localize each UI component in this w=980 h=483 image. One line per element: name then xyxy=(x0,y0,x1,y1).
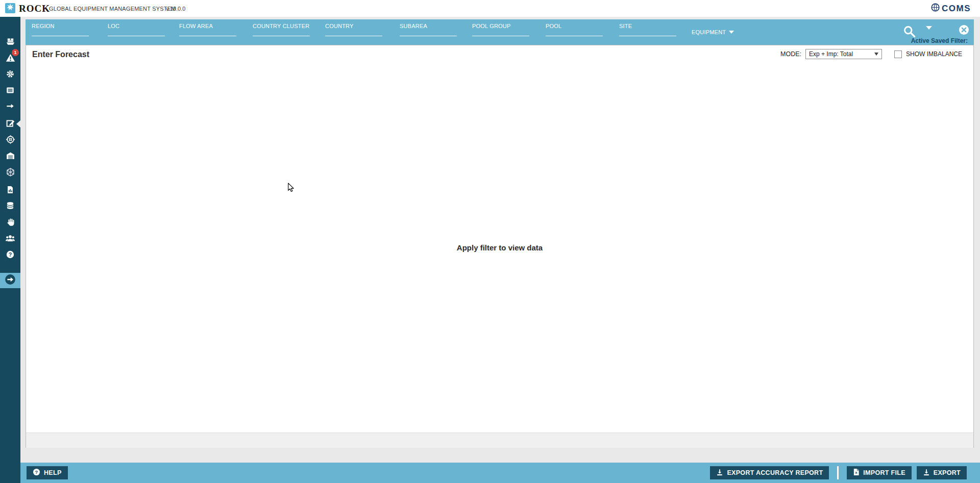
sidebar: 1 ? xyxy=(0,17,20,483)
filter-col-country-cluster: COUNTRY CLUSTER xyxy=(253,19,310,45)
main-panel: Enter Forecast MODE: Exp + Imp: Total SH… xyxy=(26,45,974,448)
filter-col-loc: LOC xyxy=(108,19,165,45)
svg-text:?: ? xyxy=(35,470,38,475)
filter-input-site[interactable] xyxy=(619,27,676,36)
filter-bar: REGION LOC FLOW AREA COUNTRY CLUSTER COU… xyxy=(26,19,974,45)
filter-input-country-cluster[interactable] xyxy=(253,27,310,36)
sidebar-expand-button[interactable] xyxy=(0,273,20,288)
users-icon xyxy=(5,233,15,245)
panel-header: Enter Forecast MODE: Exp + Imp: Total SH… xyxy=(26,45,973,63)
arrow-right-icon xyxy=(6,101,15,113)
filter-col-flow-area: FLOW AREA xyxy=(179,19,236,45)
download-icon xyxy=(716,469,723,477)
sidebar-item-reports[interactable] xyxy=(0,184,20,198)
footer-divider xyxy=(837,466,839,479)
help-button-label: HELP xyxy=(44,469,62,476)
sidebar-item-warehouse[interactable] xyxy=(0,149,20,164)
import-file-icon: x xyxy=(853,468,860,477)
question-circle-icon: ? xyxy=(6,250,15,261)
maersk-star-icon xyxy=(7,4,14,13)
filter-col-country: COUNTRY xyxy=(325,19,382,45)
sidebar-item-forms[interactable] xyxy=(0,84,20,98)
report-icon xyxy=(6,185,15,196)
filter-input-flow-area[interactable] xyxy=(179,27,236,36)
alert-badge: 1 xyxy=(12,49,19,56)
filter-col-site: SITE xyxy=(619,19,676,45)
sidebar-item-flow[interactable] xyxy=(0,100,20,114)
sidebar-item-hand[interactable] xyxy=(0,216,20,230)
coms-brand: COMS xyxy=(931,0,971,17)
mode-label: MODE: xyxy=(780,50,801,58)
show-imbalance-label: SHOW IMBALANCE xyxy=(906,50,962,58)
footer-bar: ? HELP EXPORT ACCURACY REPORT x IMPORT F… xyxy=(20,463,980,483)
export-button-label: EXPORT xyxy=(934,469,961,476)
mode-controls: MODE: Exp + Imp: Total SHOW IMBALANCE xyxy=(780,49,962,59)
svg-text:?: ? xyxy=(9,251,12,258)
active-item-marker xyxy=(16,120,20,128)
caret-down-icon xyxy=(874,53,878,56)
filter-input-country[interactable] xyxy=(325,27,382,36)
filter-input-pool-group[interactable] xyxy=(472,27,529,36)
export-accuracy-report-label: EXPORT ACCURACY REPORT xyxy=(727,469,823,476)
top-header: ROCK GLOBAL EQUIPMENT MANAGEMENT SYSTEM … xyxy=(0,0,980,17)
panel-footer xyxy=(26,433,973,448)
filter-input-loc[interactable] xyxy=(108,27,165,36)
warehouse-icon xyxy=(6,151,15,163)
filter-col-subarea: SUBAREA xyxy=(400,19,457,45)
equipment-dropdown[interactable]: EQUIPMENT xyxy=(692,19,734,45)
sidebar-item-enter-forecast[interactable] xyxy=(0,117,20,131)
circle-arrow-right-icon xyxy=(4,273,16,288)
hand-icon xyxy=(6,217,15,229)
form-icon xyxy=(6,86,15,97)
globe-icon xyxy=(931,3,940,14)
filter-col-region: REGION xyxy=(32,19,89,45)
download-icon xyxy=(923,469,930,477)
mode-select-value: Exp + Imp: Total xyxy=(809,50,853,58)
crosshair-icon xyxy=(6,135,15,146)
sidebar-item-users[interactable] xyxy=(0,232,20,246)
show-imbalance-checkbox[interactable] xyxy=(894,50,902,58)
page-title: Enter Forecast xyxy=(32,50,89,59)
export-accuracy-report-button[interactable]: EXPORT ACCURACY REPORT xyxy=(710,466,829,479)
caret-down-icon xyxy=(926,26,932,38)
caret-down-icon xyxy=(729,31,734,34)
gear-icon xyxy=(6,69,15,81)
rock-logo xyxy=(5,3,15,13)
vessel-icon xyxy=(6,37,15,48)
brand-text: COMS xyxy=(942,4,971,14)
svg-text:x: x xyxy=(855,470,857,475)
question-circle-icon: ? xyxy=(33,468,40,477)
sidebar-item-container[interactable] xyxy=(0,166,20,180)
active-saved-filter-label: Active Saved Filter: xyxy=(911,37,968,44)
export-button[interactable]: EXPORT xyxy=(917,466,967,479)
import-file-label: IMPORT FILE xyxy=(863,469,905,476)
help-button[interactable]: ? HELP xyxy=(27,466,68,479)
sidebar-item-settings[interactable] xyxy=(0,68,20,82)
filter-col-pool: POOL xyxy=(546,19,603,45)
clear-filter-icon[interactable] xyxy=(959,24,969,37)
sidebar-item-alerts[interactable]: 1 xyxy=(0,52,20,66)
sidebar-item-tracking[interactable] xyxy=(0,133,20,147)
equipment-dropdown-label: EQUIPMENT xyxy=(692,29,726,35)
hexagon-mesh-icon xyxy=(6,167,15,179)
filter-col-pool-group: POOL GROUP xyxy=(472,19,529,45)
sidebar-item-database[interactable] xyxy=(0,199,20,214)
import-file-button[interactable]: x IMPORT FILE xyxy=(847,466,911,479)
sidebar-item-vessel[interactable] xyxy=(0,35,20,49)
database-icon xyxy=(6,201,15,212)
panel-body: Apply filter to view data xyxy=(26,63,973,433)
edit-icon xyxy=(6,118,15,130)
app-subtitle: GLOBAL EQUIPMENT MANAGEMENT SYSTEM xyxy=(49,0,176,17)
mouse-cursor xyxy=(286,183,296,194)
mode-select[interactable]: Exp + Imp: Total xyxy=(805,49,882,59)
filter-input-pool[interactable] xyxy=(546,27,603,36)
footer-actions: EXPORT ACCURACY REPORT x IMPORT FILE EXP… xyxy=(710,466,967,479)
app-version: v.10.0.0 xyxy=(166,0,185,17)
sidebar-item-help[interactable]: ? xyxy=(0,248,20,263)
filter-input-subarea[interactable] xyxy=(400,27,457,36)
app-name: ROCK xyxy=(19,0,50,17)
filter-input-region[interactable] xyxy=(32,27,89,36)
empty-state-message: Apply filter to view data xyxy=(457,243,543,252)
